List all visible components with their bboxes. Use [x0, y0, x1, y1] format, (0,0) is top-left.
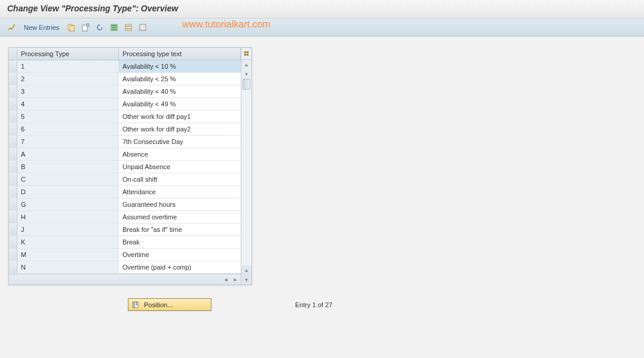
- delete-icon[interactable]: [79, 22, 91, 33]
- cell-processing-type[interactable]: 7: [17, 136, 119, 148]
- cell-processing-type[interactable]: 6: [17, 123, 119, 135]
- entry-count-label: Entry 1 of 27: [295, 301, 332, 308]
- new-entries-button[interactable]: New Entries: [20, 23, 63, 32]
- table-row[interactable]: 3Availability < 40 %: [9, 85, 241, 98]
- cell-processing-text[interactable]: Availability < 25 %: [119, 73, 241, 85]
- cell-processing-text[interactable]: Unpaid Absence: [119, 161, 241, 173]
- row-selector[interactable]: [9, 224, 17, 235]
- table-row[interactable]: 5Other work for diff pay1: [9, 111, 241, 123]
- table-row[interactable]: COn-call shift: [9, 173, 241, 186]
- row-selector[interactable]: [9, 73, 17, 85]
- svg-rect-11: [126, 28, 131, 29]
- table-row[interactable]: MOvertime: [9, 249, 241, 261]
- row-selector[interactable]: [9, 236, 17, 248]
- row-selector[interactable]: [9, 211, 17, 223]
- svg-rect-17: [133, 302, 135, 304]
- row-selector[interactable]: [9, 261, 17, 273]
- table-row[interactable]: DAttendance: [9, 186, 241, 198]
- table-row[interactable]: AAbsence: [9, 148, 241, 161]
- scroll-right-icon[interactable]: ►: [231, 276, 240, 284]
- cell-processing-type[interactable]: G: [17, 198, 119, 210]
- cell-processing-text[interactable]: Overtime: [119, 249, 241, 261]
- page-title: Change View "Processing Type": Overview: [7, 4, 178, 13]
- row-selector[interactable]: [9, 136, 17, 148]
- cell-processing-text[interactable]: Availability < 10 %: [119, 60, 241, 72]
- cell-processing-text[interactable]: Absence: [119, 148, 241, 160]
- cell-processing-type[interactable]: N: [17, 261, 119, 273]
- cell-processing-type[interactable]: 2: [17, 73, 119, 85]
- cell-processing-type[interactable]: D: [17, 186, 119, 198]
- row-selector[interactable]: [9, 111, 17, 123]
- cell-processing-text[interactable]: 7th Consecutive Day: [119, 136, 241, 148]
- cell-processing-type[interactable]: 3: [17, 85, 119, 97]
- row-selector[interactable]: [9, 85, 17, 97]
- row-selector[interactable]: [9, 198, 17, 210]
- cell-processing-text[interactable]: Assumed overtime: [119, 211, 241, 223]
- scroll-prev-icon[interactable]: ▲: [241, 265, 252, 275]
- cell-processing-text[interactable]: Guaranteed hours: [119, 198, 241, 210]
- table-row[interactable]: 2Availability < 25 %: [9, 73, 241, 85]
- cell-processing-text[interactable]: Other work for diff pay2: [119, 123, 241, 135]
- cell-processing-type[interactable]: 5: [17, 111, 119, 123]
- cell-processing-text[interactable]: Attendance: [119, 186, 241, 198]
- cell-processing-type[interactable]: 1: [17, 60, 119, 72]
- cell-processing-type[interactable]: B: [17, 161, 119, 173]
- table-row[interactable]: 6Other work for diff pay2: [9, 123, 241, 136]
- scroll-thumb[interactable]: [243, 79, 250, 90]
- table-row[interactable]: GGuaranteed hours: [9, 198, 241, 211]
- svg-rect-13: [140, 26, 145, 26]
- cell-processing-type[interactable]: A: [17, 148, 119, 160]
- row-selector[interactable]: [9, 161, 17, 173]
- select-all-icon[interactable]: [108, 22, 120, 33]
- table-row[interactable]: NOvertime (paid + comp): [9, 261, 241, 274]
- copy-icon[interactable]: [65, 22, 77, 33]
- cell-processing-text[interactable]: Break: [119, 236, 241, 248]
- row-selector[interactable]: [9, 98, 17, 110]
- column-processing-type[interactable]: Processing Type: [17, 48, 119, 60]
- svg-rect-21: [133, 306, 135, 307]
- undo-icon[interactable]: [94, 22, 106, 33]
- table-row[interactable]: JBreak for "as if" time: [9, 224, 241, 236]
- select-block-icon[interactable]: [122, 22, 134, 33]
- svg-point-0: [14, 24, 16, 26]
- row-selector[interactable]: [9, 249, 17, 261]
- cell-processing-text[interactable]: On-call shift: [119, 173, 241, 185]
- cell-processing-type[interactable]: J: [17, 224, 119, 235]
- scroll-down-icon[interactable]: ▼: [241, 69, 252, 79]
- position-button[interactable]: Position...: [128, 298, 211, 311]
- cell-processing-text[interactable]: Other work for diff pay1: [119, 111, 241, 123]
- cell-processing-text[interactable]: Break for "as if" time: [119, 224, 241, 235]
- column-processing-text[interactable]: Processing type text: [119, 48, 241, 60]
- svg-rect-8: [112, 29, 116, 30]
- cell-processing-text[interactable]: Availability < 40 %: [119, 85, 241, 97]
- table-settings-icon[interactable]: [241, 48, 252, 60]
- table-row[interactable]: HAssumed overtime: [9, 211, 241, 224]
- scroll-left-icon[interactable]: ◄: [222, 276, 230, 284]
- deselect-icon[interactable]: [137, 22, 149, 33]
- svg-rect-6: [112, 25, 116, 26]
- svg-rect-9: [125, 25, 131, 30]
- cell-processing-type[interactable]: H: [17, 211, 119, 223]
- cell-processing-type[interactable]: C: [17, 173, 119, 185]
- cell-processing-type[interactable]: 4: [17, 98, 119, 110]
- row-selector[interactable]: [9, 60, 17, 72]
- scroll-up-icon[interactable]: ▲: [241, 60, 252, 69]
- cell-processing-type[interactable]: K: [17, 236, 119, 248]
- row-selector[interactable]: [9, 186, 17, 198]
- table-row[interactable]: KBreak: [9, 236, 241, 249]
- table-row[interactable]: 77th Consecutive Day: [9, 136, 241, 148]
- table-row[interactable]: 4Availability < 49 %: [9, 98, 241, 111]
- toggle-display-icon[interactable]: [6, 22, 18, 33]
- row-selector[interactable]: [9, 148, 17, 160]
- scroll-track[interactable]: [241, 79, 252, 265]
- horizontal-scroll: ◄ ►: [9, 274, 241, 284]
- row-selector[interactable]: [9, 173, 17, 185]
- row-selector[interactable]: [9, 123, 17, 135]
- table-row[interactable]: BUnpaid Absence: [9, 161, 241, 173]
- cell-processing-text[interactable]: Availability < 49 %: [119, 98, 241, 110]
- cell-processing-type[interactable]: M: [17, 249, 119, 261]
- table-row[interactable]: 1Availability < 10 %: [9, 60, 241, 73]
- cell-processing-text[interactable]: Overtime (paid + comp): [119, 261, 241, 273]
- scroll-next-icon[interactable]: ▼: [241, 275, 252, 284]
- svg-rect-7: [112, 27, 116, 28]
